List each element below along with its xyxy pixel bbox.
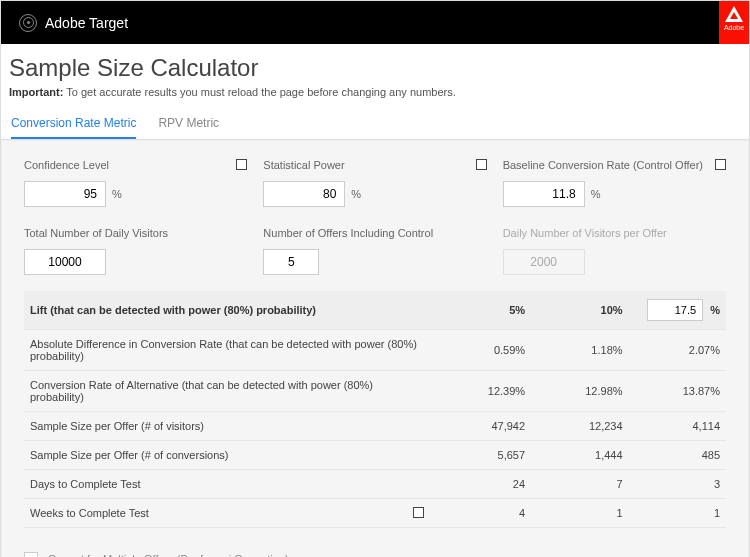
- days-v10: 7: [531, 470, 628, 499]
- row-days: Days to Complete Test 24 7 3: [24, 470, 726, 499]
- days-v5: 24: [434, 470, 531, 499]
- power-unit: %: [351, 188, 361, 200]
- absdiff-v10: 1.18%: [531, 330, 628, 371]
- lift-header: Lift (that can be detected with power (8…: [24, 291, 434, 330]
- tab-rpv[interactable]: RPV Metric: [158, 108, 219, 139]
- power-input[interactable]: [263, 181, 345, 207]
- convalt-vc: 13.87%: [629, 371, 726, 412]
- weeks-vc: 1: [629, 499, 726, 528]
- ssconv-v10: 1,444: [531, 441, 628, 470]
- row-ssvis: Sample Size per Offer (# of visitors) 47…: [24, 412, 726, 441]
- weeks-v10: 1: [531, 499, 628, 528]
- convalt-label: Conversion Rate of Alternative (that can…: [24, 371, 434, 412]
- power-checkbox[interactable]: [476, 159, 487, 170]
- offers-cell: Number of Offers Including Control: [263, 227, 486, 275]
- per-offer-cell: Daily Number of Visitors per Offer: [503, 227, 726, 275]
- brand: Adobe Target: [19, 14, 128, 32]
- row-absdiff: Absolute Difference in Conversion Rate (…: [24, 330, 726, 371]
- calculator-panel: Confidence Level % Statistical Power % B…: [1, 140, 749, 557]
- col-custom: %: [629, 291, 726, 330]
- weeks-label-cell: Weeks to Complete Test: [24, 499, 434, 528]
- baseline-checkbox[interactable]: [715, 159, 726, 170]
- confidence-label: Confidence Level: [24, 159, 247, 171]
- per-offer-label: Daily Number of Visitors per Offer: [503, 227, 726, 239]
- important-note: Important: To get accurate results you m…: [1, 86, 749, 108]
- ssvis-vc: 4,114: [629, 412, 726, 441]
- note-text: To get accurate results you must reload …: [63, 86, 455, 98]
- row-ssconv: Sample Size per Offer (# of conversions)…: [24, 441, 726, 470]
- days-vc: 3: [629, 470, 726, 499]
- col-10: 10%: [531, 291, 628, 330]
- ssvis-label: Sample Size per Offer (# of visitors): [24, 412, 434, 441]
- input-row-2: Total Number of Daily Visitors Number of…: [24, 227, 726, 275]
- convalt-v5: 12.39%: [434, 371, 531, 412]
- weeks-label: Weeks to Complete Test: [30, 507, 149, 519]
- baseline-cell: Baseline Conversion Rate (Control Offer)…: [503, 159, 726, 207]
- ssconv-vc: 485: [629, 441, 726, 470]
- table-header-row: Lift (that can be detected with power (8…: [24, 291, 726, 330]
- row-convalt: Conversion Rate of Alternative (that can…: [24, 371, 726, 412]
- baseline-label: Baseline Conversion Rate (Control Offer): [503, 159, 726, 171]
- bonferroni-label: Correct for Multiple Offers (Bonferroni …: [48, 553, 289, 557]
- convalt-v10: 12.98%: [531, 371, 628, 412]
- absdiff-label: Absolute Difference in Conversion Rate (…: [24, 330, 434, 371]
- adobe-text: Adobe: [724, 24, 744, 31]
- ssconv-v5: 5,657: [434, 441, 531, 470]
- daily-label: Total Number of Daily Visitors: [24, 227, 247, 239]
- results-table: Lift (that can be detected with power (8…: [24, 291, 726, 528]
- adobe-logo: Adobe: [719, 1, 749, 44]
- confidence-input[interactable]: [24, 181, 106, 207]
- brand-label: Adobe Target: [45, 15, 128, 31]
- confidence-cell: Confidence Level %: [24, 159, 247, 207]
- ssconv-label: Sample Size per Offer (# of conversions): [24, 441, 434, 470]
- ssvis-v10: 12,234: [531, 412, 628, 441]
- top-bar: Adobe Target Adobe: [1, 1, 749, 44]
- confidence-unit: %: [112, 188, 122, 200]
- target-icon: [19, 14, 37, 32]
- row-weeks: Weeks to Complete Test 4 1 1: [24, 499, 726, 528]
- lift-custom-unit: %: [710, 304, 720, 316]
- power-label: Statistical Power: [263, 159, 486, 171]
- lift-custom-input[interactable]: [647, 299, 703, 321]
- absdiff-vc: 2.07%: [629, 330, 726, 371]
- tabs: Conversion Rate Metric RPV Metric: [1, 108, 749, 140]
- tab-conversion[interactable]: Conversion Rate Metric: [11, 108, 136, 139]
- absdiff-v5: 0.59%: [434, 330, 531, 371]
- baseline-unit: %: [591, 188, 601, 200]
- adobe-a-icon: [725, 6, 743, 22]
- days-label: Days to Complete Test: [24, 470, 434, 499]
- daily-input[interactable]: [24, 249, 106, 275]
- bonferroni-row: Correct for Multiple Offers (Bonferroni …: [24, 552, 726, 557]
- col-5: 5%: [434, 291, 531, 330]
- weeks-v5: 4: [434, 499, 531, 528]
- input-row-1: Confidence Level % Statistical Power % B…: [24, 159, 726, 207]
- offers-input[interactable]: [263, 249, 319, 275]
- page-title: Sample Size Calculator: [1, 44, 749, 86]
- power-cell: Statistical Power %: [263, 159, 486, 207]
- daily-cell: Total Number of Daily Visitors: [24, 227, 247, 275]
- offers-label: Number of Offers Including Control: [263, 227, 486, 239]
- bonferroni-checkbox[interactable]: [24, 552, 38, 557]
- baseline-input[interactable]: [503, 181, 585, 207]
- weeks-checkbox[interactable]: [413, 507, 424, 518]
- confidence-checkbox[interactable]: [236, 159, 247, 170]
- ssvis-v5: 47,942: [434, 412, 531, 441]
- per-offer-input: [503, 249, 585, 275]
- note-bold: Important:: [9, 86, 63, 98]
